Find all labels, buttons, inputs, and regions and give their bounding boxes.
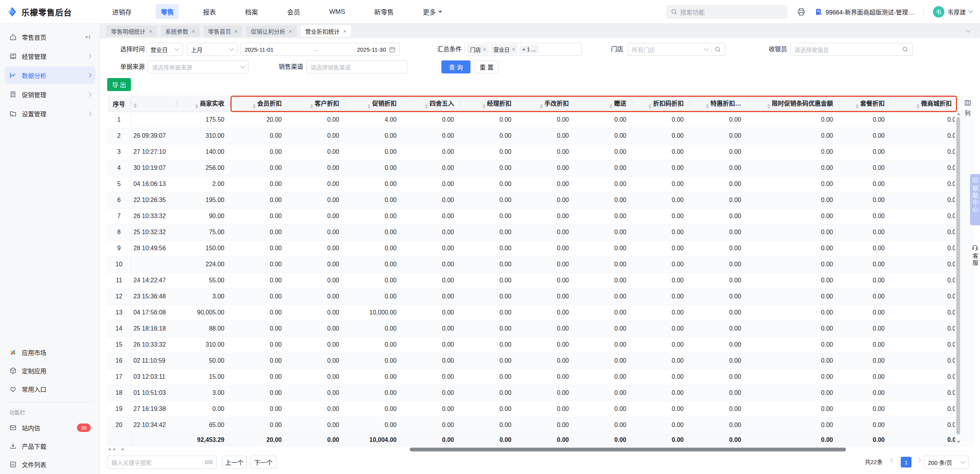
sidebar-item-favorites[interactable]: 常用入口 [5,380,95,398]
table-row[interactable]: 1223 15:36:483.000.000.000.000.000.000.0… [107,288,955,305]
col-header[interactable]: 促销折扣 [345,96,403,112]
sidebar-item-messages[interactable]: 站内信 39 [5,419,95,437]
col-header[interactable]: 套餐折扣 [839,96,891,112]
global-search-input[interactable]: 搜索功能 [666,5,787,19]
sort-icon[interactable] [609,104,612,109]
nav-item-new-retail[interactable]: 新零售 [369,4,399,19]
sort-icon[interactable] [134,103,137,108]
close-icon[interactable]: × [289,28,292,34]
custom-columns-button[interactable]: 列 [961,96,974,447]
table-row[interactable]: 1602 11:10:5950.000.000.000.000.000.000.… [107,353,955,369]
table-row[interactable]: 928 10:49:56150.000.000.000.000.000.000.… [107,240,955,256]
vertical-scrollbar[interactable] [956,112,960,447]
table-row[interactable]: 825 10:32:3275.000.000.000.000.000.000.0… [107,224,955,240]
table-row[interactable]: 1304 17:56:0890,005.000.000.0010,000.000… [107,305,955,321]
col-header[interactable]: 特惠折扣… [690,96,747,112]
col-header[interactable]: 客户折扣 [288,96,345,112]
search-icon[interactable] [902,46,908,52]
printer-icon[interactable] [797,7,806,16]
sort-icon[interactable] [425,104,428,109]
sort-icon[interactable] [767,104,770,109]
sidebar-item-analytics[interactable]: 数据分析 [5,67,95,84]
sidebar-item-app-market[interactable]: 应用市场 [5,344,95,361]
horizontal-scrollbar[interactable] [107,448,955,451]
collapse-sidebar-icon[interactable] [85,34,91,40]
summary-tag-more[interactable]: + 1 ... [519,45,538,54]
tenant-switcher[interactable]: 99664-新界面商超版测试-管理… [815,7,914,16]
col-header[interactable]: 折扣码折扣 [632,96,690,112]
table-row[interactable]: 226 09:39:07310.000.000.000.000.000.000.… [107,128,955,144]
table-row[interactable]: 622 10:26:35195.000.000.000.000.000.000.… [107,192,955,208]
summary-tag-store[interactable]: 门店× [467,44,489,54]
tab-system-params[interactable]: 系统参数× [161,25,200,37]
date-preset-select[interactable]: 上月 [187,43,237,56]
col-header[interactable]: 赠送 [575,96,632,112]
table-row[interactable]: 1175.5020.000.004.000.000.000.000.000.00… [107,112,955,128]
table-row[interactable]: 1425 18:16:1888.000.000.000.000.000.000.… [107,321,955,337]
table-row[interactable]: 327 10:27:10140.000.000.000.000.000.000.… [107,144,955,160]
tab-promo-analysis[interactable]: 促销让利分析× [246,25,297,37]
help-center-button[interactable]: 帮助中心 [970,174,980,225]
col-header[interactable]: 四舍五入 [403,96,460,112]
summary-tag-bizday[interactable]: 营业日× [491,44,518,54]
nav-item-purchase[interactable]: 进销存 [107,4,137,19]
sort-icon[interactable] [482,104,485,109]
nav-item-report[interactable]: 报表 [198,4,221,19]
sidebar-item-home[interactable]: 零售首页 [5,28,95,46]
col-header[interactable]: 限时促销条码优惠金额 [747,96,839,112]
store-select[interactable]: 所有门店 [628,43,725,56]
customer-service-button[interactable]: 客服 [970,244,980,267]
sort-icon[interactable] [195,104,198,109]
brand[interactable]: 乐檬零售后台 [7,6,72,18]
close-icon[interactable]: × [235,28,238,34]
date-type-select[interactable]: 营业日 [146,43,183,56]
tab-list-chevron-icon[interactable] [966,28,971,33]
close-icon[interactable]: × [343,28,346,34]
prev-page-icon[interactable] [890,458,895,463]
sort-icon[interactable] [310,104,313,109]
sort-icon[interactable] [916,104,920,109]
sort-icon[interactable] [648,104,652,109]
nav-item-wms[interactable]: WMS [324,5,350,18]
sidebar-item-downloads[interactable]: 产品下载 [5,437,95,455]
col-header[interactable]: 商家实收 [177,96,230,112]
sidebar-item-business[interactable]: 经营管理 [5,47,95,65]
sort-icon[interactable] [368,104,371,109]
nav-item-more[interactable]: 更多 [418,4,447,19]
sort-icon[interactable] [856,104,859,109]
page-number-active[interactable]: 1 [901,457,911,467]
sort-icon[interactable] [253,104,256,109]
nav-item-archive[interactable]: 档案 [240,4,263,19]
table-row[interactable]: 504 16:06:132.000.000.000.000.000.000.00… [107,176,955,192]
tab-retail-home[interactable]: 零售首页× [204,25,243,37]
nav-item-member[interactable]: 会员 [282,4,305,19]
table-row[interactable]: 1801 10:51:033.000.000.000.000.000.000.0… [107,385,955,401]
close-icon[interactable]: × [483,46,486,52]
next-match-button[interactable]: 下一个 [250,456,276,469]
sidebar-item-file-list[interactable]: 文件列表 [5,456,95,473]
source-select[interactable]: 请选择单据来源 [148,60,249,73]
page-size-select[interactable]: 200 条/页 [924,456,969,469]
tab-retail-detail-stats[interactable]: 零售明细统计× [106,25,157,37]
reset-button[interactable]: 重 置 [475,60,498,73]
channel-input[interactable]: 请选择销售渠道 [306,60,407,73]
col-header[interactable]: 会员折扣 [230,96,288,112]
close-icon[interactable]: × [149,28,152,34]
table-row[interactable]: 1124 14:22:4755.000.000.000.000.000.000.… [107,272,955,288]
nav-item-retail[interactable]: 零售 [156,4,179,19]
scroll-down-arrow[interactable] [957,441,960,443]
sidebar-item-settings[interactable]: 设置管理 [5,105,95,122]
table-row[interactable]: 2022 10:34:4265.000.000.000.000.000.000.… [107,417,955,433]
tab-discount-stats[interactable]: 营业折扣统计× [301,25,351,37]
col-header[interactable]: 手改折扣 [518,96,575,112]
user-menu[interactable]: 韦 韦厚建 [933,6,972,18]
col-header[interactable]: 经理折扣 [460,96,518,112]
col-header[interactable]: 微商城折扣 [891,96,955,112]
sidebar-item-promotion[interactable]: 促销管理 [5,86,95,103]
keyword-search-input[interactable]: 输入关键字搜索 0/0 [107,456,217,469]
cashier-input[interactable]: 请选择收银员 [790,43,913,56]
sidebar-item-custom-app[interactable]: 定制应用 [5,362,95,380]
table-row[interactable]: 430 10:19:07256.000.000.000.000.000.000.… [107,160,955,176]
sort-icon[interactable] [706,104,709,109]
export-button[interactable]: 导 出 [107,78,131,91]
